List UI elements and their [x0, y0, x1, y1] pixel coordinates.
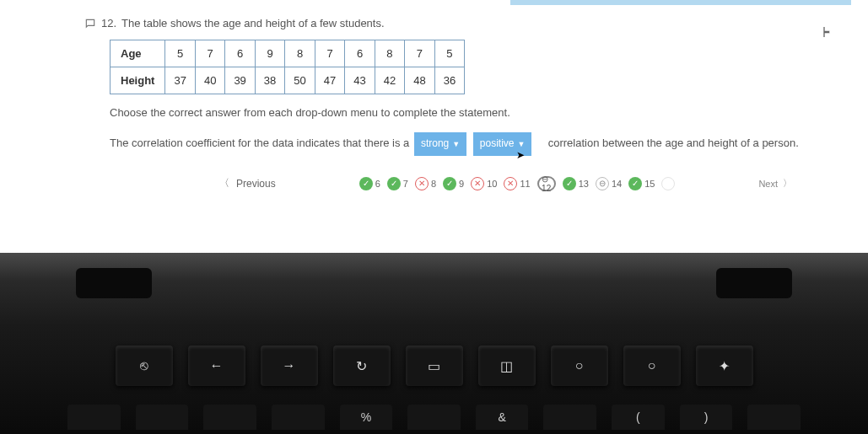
cell: 40 [195, 67, 224, 94]
cell: 8 [375, 40, 404, 67]
next-label: Next [758, 179, 778, 189]
question-prompt: The table shows the age and height of a … [121, 17, 385, 29]
row-header-height: Height [111, 67, 165, 94]
cell: 42 [375, 67, 404, 94]
nav-item-number: 13 [579, 179, 589, 189]
cell: 9 [255, 40, 284, 67]
cell: 39 [225, 67, 255, 94]
keyboard-key: ✦ [696, 346, 753, 386]
keyboard-key: ) [680, 405, 733, 430]
dropdown-strength-label: strong [421, 135, 449, 153]
chevron-down-icon: ▼ [452, 137, 460, 151]
keyboard-key: ⎋ [116, 346, 173, 386]
question-header: 12. The table shows the age and height o… [84, 17, 843, 29]
check-icon: ✓ [359, 177, 373, 190]
keyboard-key: ▭ [406, 346, 463, 386]
nav-item-6[interactable]: ✓6 [359, 177, 380, 190]
flag-icon[interactable] [821, 25, 834, 39]
hinge-right [716, 268, 792, 298]
statement-part2: correlation between the age and height o… [548, 137, 799, 149]
nav-item-10[interactable]: ✕10 [471, 177, 497, 190]
keyboard-key: ↻ [333, 346, 391, 386]
data-table: Age 5 7 6 9 8 7 6 8 7 5 Height 37 40 39 … [110, 40, 465, 94]
cell: 7 [315, 40, 344, 67]
nav-item-14[interactable]: ⊖14 [596, 177, 622, 190]
check-icon: ✓ [563, 177, 576, 190]
keyboard-key: % [340, 405, 393, 430]
keyboard-key [136, 405, 189, 430]
cell: 5 [165, 40, 195, 67]
chat-icon [84, 18, 96, 29]
cell: 36 [434, 67, 464, 94]
cell: 7 [195, 40, 224, 67]
nav-bar: 〈 Previous ✓6✓7✕8✓9✕10✕11⊖ 12✓13⊖14✓15 N… [84, 156, 843, 191]
top-accent-bar [0, 0, 851, 5]
keyboard-row-num: %&() [67, 405, 801, 430]
nav-item-7[interactable]: ✓7 [387, 177, 408, 190]
keyboard-key [747, 405, 801, 430]
cell: 50 [285, 67, 315, 94]
x-icon: ✕ [415, 177, 429, 190]
cell: 6 [345, 40, 375, 67]
check-icon: ✓ [387, 177, 401, 190]
dash-icon: ⊖ [596, 177, 609, 190]
cell: 37 [165, 67, 195, 94]
next-button[interactable]: Next 〉 [758, 177, 792, 190]
keyboard-key: ( [612, 405, 665, 430]
chevron-right-icon: 〉 [783, 177, 792, 190]
nav-item-number: 10 [487, 179, 497, 189]
keyboard-key [203, 405, 256, 430]
keyboard-key [272, 405, 325, 430]
cursor-icon: ➤ [516, 147, 525, 165]
cell: 47 [315, 67, 344, 94]
chevron-left-icon: 〈 [219, 176, 229, 190]
nav-item-number: 9 [459, 179, 464, 189]
check-icon: ✓ [443, 177, 456, 190]
nav-item-number: 15 [644, 179, 655, 189]
nav-item-15[interactable]: ✓15 [628, 177, 655, 190]
cell: 8 [285, 40, 315, 67]
nav-item-number: 11 [520, 179, 530, 189]
cell: 6 [225, 40, 255, 67]
x-icon: ✕ [471, 177, 484, 190]
cell: 43 [345, 67, 375, 94]
keyboard-key [67, 405, 121, 430]
nav-item-13[interactable]: ✓13 [563, 177, 589, 190]
statement-part1: The correlation coefficient for the data… [110, 137, 409, 149]
cell: 48 [405, 67, 434, 94]
keyboard-key: ○ [623, 346, 681, 386]
keyboard-row-fn: ⎋←→↻▭◫○○✦ [42, 346, 826, 386]
previous-label: Previous [236, 178, 276, 190]
keyboard-key: & [476, 405, 529, 430]
keyboard-key: ○ [551, 346, 608, 386]
statement: The correlation coefficient for the data… [110, 132, 843, 156]
nav-item-12[interactable]: ⊖ 12 [537, 176, 556, 191]
keyboard-key: → [261, 346, 318, 386]
keyboard-key: ◫ [478, 346, 536, 386]
cell: 5 [434, 40, 464, 67]
check-icon: ✓ [628, 177, 642, 190]
x-icon: ✕ [504, 177, 517, 190]
hinge-left [76, 268, 152, 298]
nav-item-number: 14 [612, 179, 622, 189]
nav-item-number: 7 [403, 179, 408, 189]
dropdown-strength[interactable]: strong ▼ [414, 132, 466, 156]
instruction-text: Choose the correct answer from each drop… [110, 106, 843, 119]
cell: 38 [255, 67, 284, 94]
quiz-screen: 12. The table shows the age and height o… [0, 0, 868, 253]
current-icon: ⊖ 12 [537, 176, 556, 191]
row-header-age: Age [111, 40, 165, 67]
keyboard-key [543, 405, 596, 430]
nav-item-11[interactable]: ✕11 [504, 177, 530, 190]
laptop-chassis: ⎋←→↻▭◫○○✦ %&() [0, 253, 868, 434]
nav-item-9[interactable]: ✓9 [443, 177, 464, 190]
nav-item-8[interactable]: ✕8 [415, 177, 436, 190]
nav-item-future [661, 177, 675, 190]
dropdown-direction-label: positive [480, 135, 515, 153]
nav-item-number: 8 [431, 179, 436, 189]
nav-item-number: 6 [375, 179, 380, 189]
previous-button[interactable]: 〈 Previous [219, 176, 276, 190]
keyboard-key: ← [188, 346, 245, 386]
question-number: 12. [101, 17, 116, 29]
question-nav: ✓6✓7✕8✓9✕10✕11⊖ 12✓13⊖14✓15 [359, 176, 676, 191]
